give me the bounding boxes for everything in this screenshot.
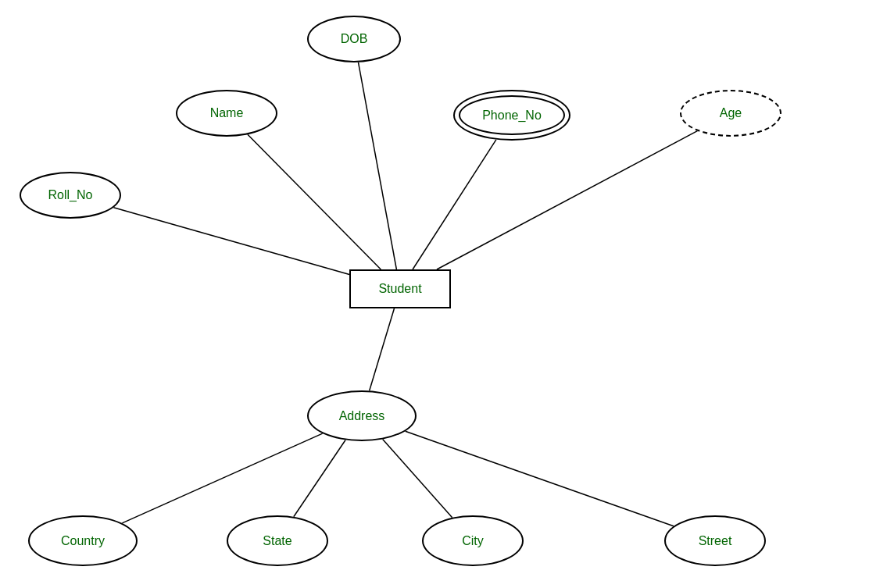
address-node: Address: [307, 390, 417, 441]
country-node: Country: [28, 515, 138, 566]
phone-no-label: Phone_No: [482, 109, 542, 123]
student-node: Student: [349, 269, 451, 308]
name-node: Name: [176, 90, 277, 137]
dob-node: DOB: [307, 16, 401, 62]
age-label: Age: [720, 106, 742, 120]
street-label: Street: [699, 534, 732, 548]
name-label: Name: [210, 106, 244, 120]
state-label: State: [263, 534, 291, 548]
city-node: City: [422, 515, 524, 566]
country-label: Country: [61, 534, 105, 548]
state-node: State: [227, 515, 328, 566]
age-node: Age: [680, 90, 781, 137]
roll-no-node: Roll_No: [20, 172, 121, 219]
street-node: Street: [664, 515, 766, 566]
student-label: Student: [378, 282, 421, 296]
phone-no-node: Phone_No: [453, 90, 570, 141]
er-diagram: Student DOB Name Phone_No Age Roll_No Ad…: [0, 0, 869, 588]
city-label: City: [462, 534, 484, 548]
roll-no-label: Roll_No: [48, 188, 93, 202]
address-label: Address: [339, 409, 385, 423]
dob-label: DOB: [341, 32, 368, 46]
